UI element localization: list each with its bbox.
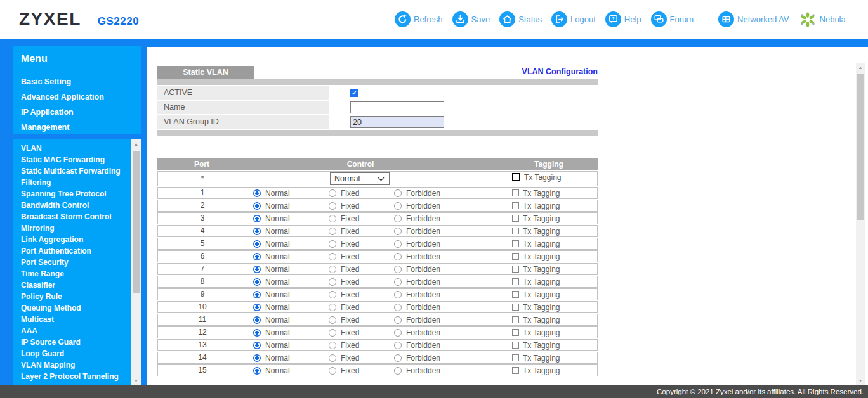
tx-tagging-checkbox[interactable]	[512, 253, 519, 260]
radio-unselected-icon[interactable]	[329, 316, 336, 324]
control-select[interactable]: Normal	[330, 172, 390, 185]
tx-tagging-checkbox[interactable]	[512, 215, 519, 222]
control-radio-fixed[interactable]: Fixed	[329, 352, 359, 363]
radio-selected-icon[interactable]	[253, 304, 261, 311]
scroll-up-icon[interactable]: ▲	[131, 139, 141, 149]
help-button[interactable]: ? Help	[605, 11, 641, 27]
sidebar-subitem-port-security[interactable]: Port Security	[21, 257, 130, 268]
radio-unselected-icon[interactable]	[394, 291, 402, 298]
radio-selected-icon[interactable]	[253, 202, 261, 210]
control-radio-forbidden[interactable]: Forbidden	[394, 365, 440, 376]
control-radio-normal[interactable]: Normal	[253, 188, 290, 198]
control-radio-forbidden[interactable]: Forbidden	[394, 276, 440, 287]
control-radio-normal[interactable]: Normal	[253, 238, 290, 249]
nebula-button[interactable]: Nebula	[799, 11, 846, 29]
sidebar-subitem-port-authentication[interactable]: Port Authentication	[21, 245, 130, 257]
radio-selected-icon[interactable]	[253, 228, 261, 235]
tx-tagging-checkbox[interactable]	[512, 316, 519, 323]
radio-unselected-icon[interactable]	[394, 354, 402, 362]
radio-selected-icon[interactable]	[253, 342, 261, 349]
sidebar-scrollbar[interactable]: ▲ ▼	[131, 139, 141, 385]
control-radio-fixed[interactable]: Fixed	[329, 200, 359, 211]
radio-unselected-icon[interactable]	[394, 215, 402, 222]
control-radio-fixed[interactable]: Fixed	[329, 365, 359, 376]
control-radio-forbidden[interactable]: Forbidden	[394, 327, 440, 338]
radio-selected-icon[interactable]	[253, 291, 261, 298]
control-radio-fixed[interactable]: Fixed	[329, 213, 359, 224]
sidebar-subitem-static-multicast-forwarding[interactable]: Static Multicast Forwarding	[21, 165, 130, 177]
control-radio-fixed[interactable]: Fixed	[329, 238, 359, 249]
radio-unselected-icon[interactable]	[329, 202, 336, 210]
status-button[interactable]: Status	[499, 11, 542, 27]
radio-unselected-icon[interactable]	[394, 342, 402, 349]
sidebar-subitem-multicast[interactable]: Multicast	[21, 314, 130, 325]
radio-unselected-icon[interactable]	[329, 240, 336, 248]
radio-selected-icon[interactable]	[253, 215, 261, 222]
radio-selected-icon[interactable]	[253, 329, 261, 337]
radio-unselected-icon[interactable]	[329, 278, 336, 286]
control-radio-fixed[interactable]: Fixed	[329, 264, 359, 274]
name-input[interactable]	[350, 101, 444, 113]
radio-selected-icon[interactable]	[253, 316, 261, 324]
tx-tagging-checkbox[interactable]	[512, 367, 519, 374]
tx-tagging-checkbox[interactable]	[512, 228, 519, 234]
control-radio-forbidden[interactable]: Forbidden	[394, 264, 440, 274]
sidebar-item-management[interactable]: Management	[21, 120, 104, 135]
radio-unselected-icon[interactable]	[329, 266, 336, 273]
tx-tagging-checkbox[interactable]	[512, 342, 519, 349]
sidebar-item-basic-setting[interactable]: Basic Setting	[21, 74, 104, 89]
control-radio-fixed[interactable]: Fixed	[329, 289, 359, 300]
control-radio-fixed[interactable]: Fixed	[329, 302, 359, 312]
sidebar-subitem-classifier[interactable]: Classifier	[21, 279, 130, 291]
radio-unselected-icon[interactable]	[329, 253, 336, 260]
control-radio-forbidden[interactable]: Forbidden	[394, 200, 440, 211]
control-radio-normal[interactable]: Normal	[253, 226, 290, 236]
radio-unselected-icon[interactable]	[394, 316, 402, 324]
tx-tagging-checkbox[interactable]	[512, 202, 519, 209]
save-button[interactable]: Save	[452, 11, 490, 27]
radio-selected-icon[interactable]	[253, 240, 261, 248]
control-radio-forbidden[interactable]: Forbidden	[394, 289, 440, 300]
radio-selected-icon[interactable]	[253, 266, 261, 273]
sidebar-scroll-thumb[interactable]	[133, 151, 140, 293]
control-radio-fixed[interactable]: Fixed	[329, 276, 359, 287]
vlan-group-id-input[interactable]	[350, 116, 444, 128]
scroll-up-icon[interactable]: ▲	[856, 63, 865, 72]
sidebar-item-advanced-application[interactable]: Advanced Application	[21, 89, 104, 105]
sidebar-subitem-spanning-tree-protocol[interactable]: Spanning Tree Protocol	[21, 188, 130, 200]
control-radio-normal[interactable]: Normal	[253, 213, 290, 224]
control-radio-forbidden[interactable]: Forbidden	[394, 238, 440, 249]
active-checkbox[interactable]: ✓	[350, 89, 358, 97]
radio-selected-icon[interactable]	[253, 253, 261, 260]
tx-tagging-checkbox[interactable]	[512, 189, 519, 196]
control-radio-normal[interactable]: Normal	[253, 352, 290, 363]
scroll-down-icon[interactable]: ▼	[131, 376, 141, 385]
radio-unselected-icon[interactable]	[394, 228, 402, 235]
sidebar-subitem-aaa[interactable]: AAA	[21, 325, 130, 337]
control-radio-forbidden[interactable]: Forbidden	[394, 314, 440, 325]
control-radio-fixed[interactable]: Fixed	[329, 188, 359, 198]
control-radio-normal[interactable]: Normal	[253, 200, 290, 211]
control-radio-fixed[interactable]: Fixed	[329, 314, 359, 325]
forum-button[interactable]: Forum	[651, 11, 694, 27]
control-radio-fixed[interactable]: Fixed	[329, 251, 359, 262]
sidebar-subitem-policy-rule[interactable]: Policy Rule	[21, 291, 130, 302]
radio-unselected-icon[interactable]	[329, 215, 336, 222]
radio-unselected-icon[interactable]	[394, 329, 402, 337]
sidebar-subitem-broadcast-storm-control[interactable]: Broadcast Storm Control	[21, 211, 130, 222]
sidebar-subitem-ip-source-guard[interactable]: IP Source Guard	[21, 337, 130, 348]
sidebar-subitem-bandwidth-control[interactable]: Bandwidth Control	[21, 200, 130, 211]
radio-unselected-icon[interactable]	[329, 329, 336, 337]
radio-unselected-icon[interactable]	[329, 189, 336, 197]
networked-av-button[interactable]: Networked AV	[718, 11, 789, 27]
sidebar-item-ip-application[interactable]: IP Application	[21, 105, 104, 120]
tx-tagging-checkbox[interactable]	[512, 266, 519, 273]
control-radio-forbidden[interactable]: Forbidden	[394, 226, 440, 236]
radio-selected-icon[interactable]	[253, 189, 261, 197]
control-radio-forbidden[interactable]: Forbidden	[394, 352, 440, 363]
radio-unselected-icon[interactable]	[394, 367, 402, 375]
tx-tagging-checkbox[interactable]	[512, 304, 519, 311]
radio-unselected-icon[interactable]	[329, 342, 336, 349]
radio-unselected-icon[interactable]	[394, 266, 402, 273]
control-radio-normal[interactable]: Normal	[253, 276, 290, 287]
